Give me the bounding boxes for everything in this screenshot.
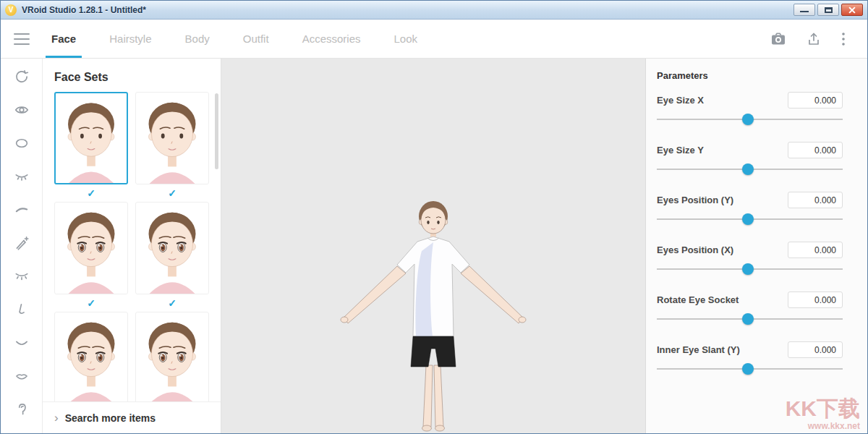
export-icon [807, 32, 821, 46]
face-sets-panel: Face Sets ✓ ✓ [43, 59, 221, 433]
param-value-input[interactable]: 0.000 [788, 192, 843, 208]
param-value-input[interactable]: 0.000 [788, 142, 843, 158]
tab-look[interactable]: Look [393, 20, 417, 58]
param-label: Eyes Position (Y) [657, 195, 733, 205]
eyelash-icon [14, 268, 30, 284]
param-value-input[interactable]: 0.000 [788, 341, 843, 358]
eyelid-icon [14, 169, 30, 184]
parameters-title: Parameters [657, 70, 843, 81]
slider-handle[interactable] [742, 213, 754, 225]
mouth-icon [14, 335, 30, 351]
face-thumbnail[interactable] [135, 202, 209, 294]
content-area: Face Sets ✓ ✓ [1, 59, 867, 433]
tab-outfit[interactable]: Outfit [243, 20, 269, 58]
close-button[interactable] [841, 4, 863, 16]
close-icon [842, 4, 862, 15]
tab-hairstyle[interactable]: Hairstyle [109, 20, 151, 58]
param-row-eyes-position-y: Eyes Position (Y) 0.000 [657, 192, 843, 226]
model-viewport[interactable] [221, 59, 645, 433]
rail-item-iris[interactable] [9, 131, 34, 155]
minimize-button[interactable] [793, 4, 815, 16]
face-sets-scrollbar[interactable] [215, 93, 218, 169]
param-value-input[interactable]: 0.000 [788, 292, 843, 308]
slider-handle[interactable] [742, 163, 754, 175]
rail-item-lips[interactable] [9, 364, 34, 388]
slider-handle[interactable] [742, 363, 754, 375]
param-slider[interactable] [657, 112, 843, 127]
window-title: VRoid Studio 1.28.1 - Untitled* [22, 5, 146, 15]
nav-actions [770, 20, 854, 58]
app-logo-icon: V [5, 4, 17, 16]
slider-handle[interactable] [742, 263, 754, 275]
minimize-icon [800, 11, 809, 12]
rail-item-eyelid[interactable] [9, 164, 34, 188]
camera-button[interactable] [770, 32, 786, 46]
app-logo-letter: V [9, 6, 14, 14]
export-button[interactable] [807, 32, 821, 46]
param-slider[interactable] [657, 262, 843, 276]
parameters-panel: Parameters Eye Size X 0.000 Eye Size Y 0… [645, 59, 867, 433]
face-sets-list[interactable]: ✓ ✓ ✓ ✓ [43, 90, 221, 401]
tab-face[interactable]: Face [51, 20, 76, 58]
param-label: Eyes Position (X) [657, 244, 733, 255]
param-label: Eye Size Y [657, 145, 704, 156]
top-navbar: Face Hairstyle Body Outfit Accessories L… [1, 20, 867, 59]
rail-item-makeup[interactable] [9, 231, 34, 255]
eyebrow-icon [14, 202, 30, 218]
param-slider[interactable] [657, 362, 843, 376]
param-slider[interactable] [657, 212, 843, 226]
rail-item-nose[interactable] [9, 297, 34, 321]
tab-accessories[interactable]: Accessories [302, 20, 361, 58]
app-window: V VRoid Studio 1.28.1 - Untitled* Face H… [0, 0, 868, 434]
param-value-input[interactable]: 0.000 [788, 92, 843, 109]
rail-item-mouth[interactable] [9, 331, 34, 354]
window-titlebar[interactable]: V VRoid Studio 1.28.1 - Untitled* [1, 1, 867, 20]
rail-item-eyebrow[interactable] [9, 197, 34, 221]
rail-item-eye[interactable] [9, 98, 34, 122]
param-row-eyes-position-x: Eyes Position (X) 0.000 [657, 242, 843, 276]
hamburger-menu-button[interactable] [14, 33, 30, 45]
selected-check-icon: ✓ [135, 184, 209, 202]
face-sets-title: Face Sets [43, 59, 221, 90]
iris-icon [14, 135, 30, 151]
maximize-icon [825, 7, 833, 13]
param-row-inner-eye-slant-y: Inner Eye Slant (Y) 0.000 [657, 341, 843, 376]
face-thumbnail-selected[interactable] [54, 92, 128, 184]
face-thumbnail[interactable] [54, 202, 128, 294]
lips-icon [14, 368, 30, 384]
kebab-menu-icon [841, 32, 846, 46]
ear-icon [14, 401, 30, 417]
character-model[interactable] [325, 195, 542, 433]
tab-body[interactable]: Body [185, 20, 210, 58]
more-options-button[interactable] [841, 32, 846, 46]
param-row-eye-size-x: Eye Size X 0.000 [657, 92, 843, 127]
selected-check-icon: ✓ [54, 294, 128, 312]
face-thumbnail[interactable] [135, 312, 209, 401]
slider-handle[interactable] [742, 114, 754, 125]
makeup-brush-icon [14, 235, 30, 251]
main-tabs: Face Hairstyle Body Outfit Accessories L… [51, 20, 417, 58]
face-part-toolbar [1, 59, 43, 433]
maximize-button[interactable] [817, 4, 839, 16]
rail-item-ear[interactable] [9, 397, 34, 421]
search-more-items-button[interactable]: › Search more items [43, 401, 221, 433]
param-slider[interactable] [657, 312, 843, 326]
param-slider[interactable] [657, 162, 843, 176]
eye-icon [14, 102, 30, 118]
nose-icon [14, 302, 30, 318]
window-controls [793, 4, 863, 16]
selected-check-icon: ✓ [135, 294, 209, 312]
param-value-input[interactable]: 0.000 [788, 242, 843, 258]
face-thumbnail[interactable] [135, 92, 209, 184]
param-label: Inner Eye Slant (Y) [657, 344, 740, 355]
param-label: Eye Size X [657, 95, 704, 106]
param-row-rotate-eye-socket: Rotate Eye Socket 0.000 [657, 292, 843, 326]
camera-icon [770, 32, 786, 46]
chevron-right-icon: › [54, 412, 59, 424]
param-row-eye-size-y: Eye Size Y 0.000 [657, 142, 843, 176]
rail-item-rotate[interactable] [9, 64, 34, 88]
rail-item-eyelash[interactable] [9, 264, 34, 288]
param-label: Rotate Eye Socket [657, 294, 739, 305]
slider-handle[interactable] [742, 313, 754, 325]
face-thumbnail[interactable] [54, 312, 128, 401]
